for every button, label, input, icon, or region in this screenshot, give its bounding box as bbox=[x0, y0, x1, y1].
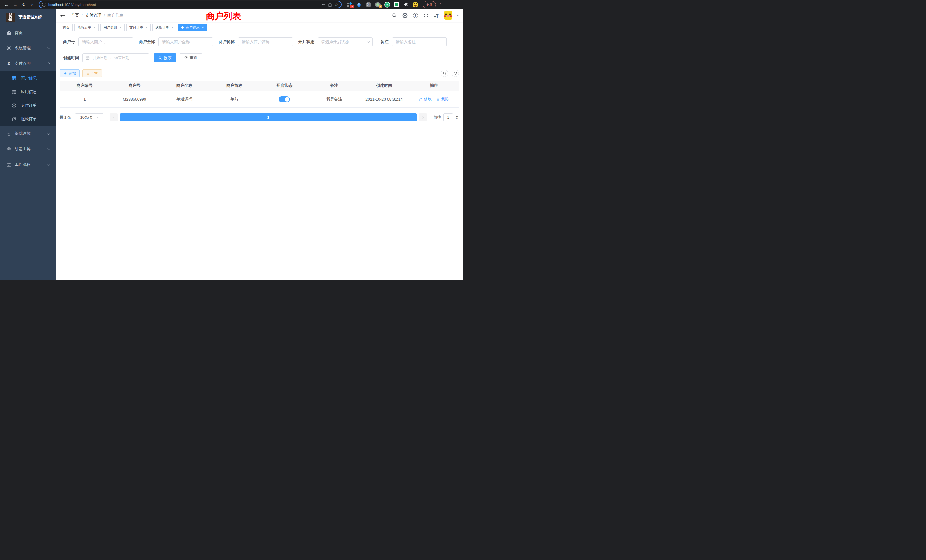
short-name-input[interactable] bbox=[238, 37, 293, 47]
download-icon bbox=[86, 71, 90, 75]
toolbox-icon bbox=[6, 147, 12, 152]
extension-icons: 10 ⌘ 1 y bbox=[346, 2, 418, 8]
extension-puzzle-icon[interactable] bbox=[403, 2, 409, 8]
remark-label: 备注 bbox=[377, 39, 392, 44]
toggle-search-button[interactable] bbox=[441, 70, 448, 77]
close-icon[interactable]: × bbox=[202, 26, 204, 29]
extension-grid-icon[interactable]: 10 bbox=[346, 2, 353, 8]
prev-page-button[interactable] bbox=[110, 114, 118, 121]
tab-merchant-info[interactable]: 商户信息 × bbox=[178, 24, 207, 31]
top-header: 首页 / 支付管理 / 商户信息 ? bbox=[56, 9, 463, 22]
goto-page-input[interactable] bbox=[443, 114, 453, 121]
github-icon[interactable] bbox=[402, 12, 408, 18]
extension-emoji-icon[interactable] bbox=[413, 2, 418, 8]
page-size-select[interactable]: 10条/页 bbox=[75, 114, 103, 121]
chevron-down-icon bbox=[47, 132, 50, 135]
yen-icon: ¥ bbox=[6, 61, 12, 66]
browser-menu-icon[interactable]: ⋮ bbox=[439, 2, 443, 7]
sidebar-item-label: 工作流程 bbox=[15, 162, 30, 167]
extension-command-icon[interactable]: ⌘ bbox=[366, 2, 371, 8]
sidebar-item-label: 商户信息 bbox=[21, 76, 37, 81]
search-icon[interactable] bbox=[391, 12, 398, 18]
add-button[interactable]: ＋ 新增 bbox=[60, 69, 80, 77]
add-button-label: 新增 bbox=[69, 71, 76, 76]
sidebar-collapse-icon[interactable] bbox=[60, 12, 66, 18]
next-page-button[interactable] bbox=[419, 114, 427, 121]
user-avatar[interactable] bbox=[444, 11, 452, 20]
page-number-button[interactable]: 1 bbox=[120, 114, 416, 121]
sidebar-item-pay-order[interactable]: ¥ 支付订单 bbox=[0, 98, 56, 112]
close-icon[interactable]: × bbox=[145, 26, 147, 29]
address-bar[interactable]: i localhost:1024/pay/merchant ☆ bbox=[39, 1, 342, 8]
cell-merchant-id: 1 bbox=[60, 91, 109, 107]
breadcrumb-home[interactable]: 首页 bbox=[71, 13, 79, 18]
sidebar-item-workflow[interactable]: 工作流程 bbox=[0, 157, 56, 172]
password-key-icon[interactable] bbox=[321, 2, 325, 7]
chevron-down-icon bbox=[96, 116, 98, 118]
cell-short-name: 芋艿 bbox=[209, 91, 259, 107]
date-end-placeholder: 结束日期 bbox=[114, 55, 129, 61]
font-size-icon[interactable]: TT bbox=[433, 12, 440, 18]
sidebar-item-merchant-info[interactable]: 商户信息 bbox=[0, 71, 56, 85]
extension-drop-icon[interactable] bbox=[356, 2, 362, 8]
tab-user-group[interactable]: 用户分组 × bbox=[100, 24, 125, 31]
reset-button-label: 重置 bbox=[189, 55, 198, 61]
col-full-name: 商户全称 bbox=[159, 81, 209, 91]
status-toggle[interactable] bbox=[278, 96, 290, 102]
browser-back-button[interactable]: ← bbox=[3, 1, 10, 8]
avatar-caret-icon[interactable] bbox=[457, 15, 459, 17]
tab-home[interactable]: 首页 bbox=[60, 24, 73, 31]
tab-process-form[interactable]: 流程表单 × bbox=[74, 24, 98, 31]
create-time-range-picker[interactable]: 开始日期 - 结束日期 bbox=[82, 53, 149, 62]
url-path: :1024/pay/merchant bbox=[63, 3, 96, 7]
close-icon[interactable]: × bbox=[120, 26, 121, 29]
breadcrumb-payment[interactable]: 支付管理 bbox=[85, 13, 101, 18]
tab-refund-order[interactable]: 退款订单 × bbox=[152, 24, 177, 31]
sidebar-item-label: 基础设施 bbox=[15, 131, 30, 136]
search-button-label: 搜索 bbox=[163, 55, 172, 61]
sidebar-item-app-info[interactable]: 应用信息 bbox=[0, 85, 56, 98]
sidebar-item-refund-order[interactable]: 退款订单 bbox=[0, 112, 56, 126]
sidebar-item-label: 应用信息 bbox=[21, 89, 37, 94]
col-created-at: 创建时间 bbox=[359, 81, 409, 91]
search-button[interactable]: 搜索 bbox=[154, 53, 176, 62]
reset-button[interactable]: 重置 bbox=[180, 53, 202, 62]
yen-circle-icon: ¥ bbox=[11, 103, 17, 108]
browser-update-button[interactable]: 更新 bbox=[423, 1, 436, 8]
refresh-table-button[interactable] bbox=[452, 70, 459, 77]
sidebar-item-home[interactable]: 首页 bbox=[0, 25, 56, 41]
browser-home-button[interactable]: ⌂ bbox=[29, 1, 36, 8]
extension-chat-icon[interactable] bbox=[394, 2, 399, 8]
delete-link[interactable]: 删除 bbox=[436, 96, 449, 101]
app-logo-row[interactable]: 芋道管理系统 bbox=[0, 9, 56, 25]
extension-y-icon[interactable]: y bbox=[384, 2, 390, 8]
bookmark-star-icon[interactable]: ☆ bbox=[334, 2, 338, 7]
tab-pay-order[interactable]: 支付订单 × bbox=[126, 24, 151, 31]
browser-forward-button[interactable]: → bbox=[11, 1, 19, 8]
fullscreen-icon[interactable] bbox=[423, 12, 429, 18]
browser-reload-button[interactable]: ↻ bbox=[20, 1, 27, 8]
share-icon[interactable] bbox=[328, 3, 332, 7]
sidebar-item-dev-tools[interactable]: 研发工具 bbox=[0, 141, 56, 157]
remark-input[interactable] bbox=[392, 37, 447, 47]
storefront-icon bbox=[11, 76, 17, 81]
help-icon[interactable]: ? bbox=[412, 12, 419, 18]
chevron-down-icon bbox=[47, 162, 50, 165]
status-select[interactable]: 请选择开启状态 bbox=[318, 37, 373, 47]
extension-camera-icon[interactable]: 1 bbox=[375, 2, 381, 8]
sidebar-item-system[interactable]: 系统管理 bbox=[0, 41, 56, 56]
close-icon[interactable]: × bbox=[171, 26, 173, 29]
cell-status bbox=[259, 91, 309, 107]
sidebar-item-infrastructure[interactable]: 基础设施 bbox=[0, 126, 56, 141]
table-grid-icon bbox=[11, 89, 17, 94]
close-icon[interactable]: × bbox=[94, 26, 95, 29]
edit-link[interactable]: 修改 bbox=[419, 96, 432, 101]
url-host: localhost bbox=[48, 3, 63, 7]
chevron-left-icon bbox=[112, 116, 115, 119]
full-name-input[interactable] bbox=[158, 37, 213, 47]
edit-pencil-icon bbox=[419, 97, 422, 101]
sidebar-item-payment[interactable]: ¥ 支付管理 bbox=[0, 56, 56, 71]
export-button[interactable]: 导出 bbox=[82, 69, 102, 77]
merchant-no-input[interactable] bbox=[79, 37, 133, 47]
site-info-icon[interactable]: i bbox=[42, 3, 46, 6]
